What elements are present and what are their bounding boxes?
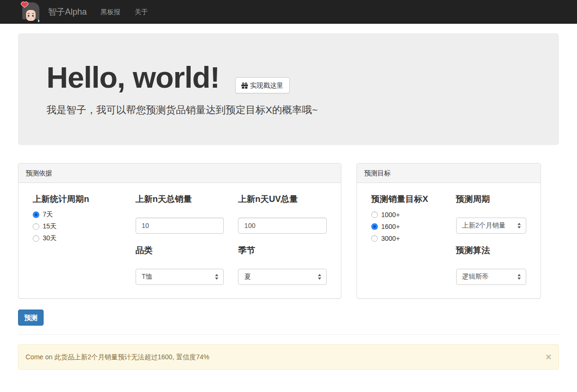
label-season: 季节 xyxy=(238,246,327,255)
alert-close-button[interactable]: × xyxy=(546,354,551,360)
gift-icon xyxy=(241,82,248,89)
page-title: Hello, world! xyxy=(46,61,220,94)
label-stat-period: 上新统计周期n xyxy=(33,194,121,204)
label-total-uv: 上新n天UV总量 xyxy=(238,194,327,204)
radio-period-30d-label: 30天 xyxy=(43,234,57,243)
radio-period-15d-label: 15天 xyxy=(43,222,57,231)
label-algorithm: 预测算法 xyxy=(456,246,527,255)
radio-goal-1000[interactable]: 1000+ xyxy=(371,209,442,220)
radio-unselected-icon xyxy=(33,223,39,230)
radio-goal-3000[interactable]: 3000+ xyxy=(371,232,442,244)
select-caret-icon xyxy=(517,223,521,228)
radio-period-7d[interactable]: 7天 xyxy=(33,209,121,220)
radio-unselected-icon xyxy=(371,235,378,242)
radio-selected-icon xyxy=(33,211,39,218)
period-radio-group: 7天 15天 30天 xyxy=(33,209,121,244)
season-select[interactable]: 夏 xyxy=(238,269,327,285)
radio-period-30d[interactable]: 30天 xyxy=(33,232,121,244)
alert-message: Come on 此货品上新2个月销量预计无法超过1600, 置信度74% xyxy=(26,353,209,361)
total-uv-input[interactable] xyxy=(238,218,327,234)
forecast-cycle-select-value: 上新2个月销量 xyxy=(462,221,506,230)
label-category: 品类 xyxy=(136,246,224,255)
radio-unselected-icon xyxy=(371,211,378,218)
mascot-logo-icon xyxy=(18,1,44,23)
radio-goal-1600-label: 1600+ xyxy=(381,223,400,230)
category-select-value: T恤 xyxy=(142,273,153,281)
nav-item-about[interactable]: 关于 xyxy=(128,0,155,24)
nav-item-blackboard[interactable]: 黑板报 xyxy=(93,0,128,24)
algorithm-select-value: 逻辑斯蒂 xyxy=(462,273,489,281)
radio-unselected-icon xyxy=(33,235,39,242)
label-total-sales: 上新n天总销量 xyxy=(136,194,224,204)
nav-menu: 黑板报 关于 xyxy=(93,0,155,24)
select-caret-icon xyxy=(215,274,219,280)
radio-goal-1000-label: 1000+ xyxy=(381,211,400,219)
radio-period-15d[interactable]: 15天 xyxy=(33,220,121,232)
panel-prediction-basis: 预测依据 上新统计周期n 7天 15天 xyxy=(18,163,341,299)
label-sales-goal: 预测销量目标X xyxy=(371,194,442,204)
cta-button-label: 实现戳这里 xyxy=(250,82,284,89)
radio-selected-icon xyxy=(371,223,378,230)
season-select-value: 夏 xyxy=(244,273,251,281)
algorithm-select[interactable]: 逻辑斯蒂 xyxy=(456,269,527,285)
panel-prediction-target: 预测目标 预测销量目标X 1000+ 1600+ xyxy=(357,163,541,299)
total-sales-input[interactable] xyxy=(136,218,224,234)
category-select[interactable]: T恤 xyxy=(136,269,224,285)
radio-period-7d-label: 7天 xyxy=(43,210,53,219)
label-forecast-cycle: 预测周期 xyxy=(456,194,527,204)
predict-button[interactable]: 预测 xyxy=(18,310,44,326)
select-caret-icon xyxy=(517,274,521,280)
goal-radio-group: 1000+ 1600+ 3000+ xyxy=(371,209,442,244)
divider xyxy=(18,334,559,335)
result-alert: Come on 此货品上新2个月销量预计无法超过1600, 置信度74% × xyxy=(18,344,559,370)
panel-basis-title: 预测依据 xyxy=(18,164,341,183)
jumbotron-subtitle: 我是智子，我可以帮您预测货品销量达到预定目标X的概率哦~ xyxy=(46,103,531,117)
jumbotron: Hello, world! 实现戳这里 我是智子，我可以帮您预测货品销量达到预定… xyxy=(18,33,559,145)
brand-link[interactable]: 智子Alpha xyxy=(18,1,87,23)
cta-button[interactable]: 实现戳这里 xyxy=(235,77,290,93)
radio-goal-1600[interactable]: 1600+ xyxy=(371,220,442,232)
brand-title: 智子Alpha xyxy=(48,7,87,17)
forecast-cycle-select[interactable]: 上新2个月销量 xyxy=(456,218,527,234)
radio-goal-3000-label: 3000+ xyxy=(381,235,400,242)
panel-target-title: 预测目标 xyxy=(357,164,540,183)
select-caret-icon xyxy=(318,274,321,280)
navbar: 智子Alpha 黑板报 关于 xyxy=(0,0,577,24)
